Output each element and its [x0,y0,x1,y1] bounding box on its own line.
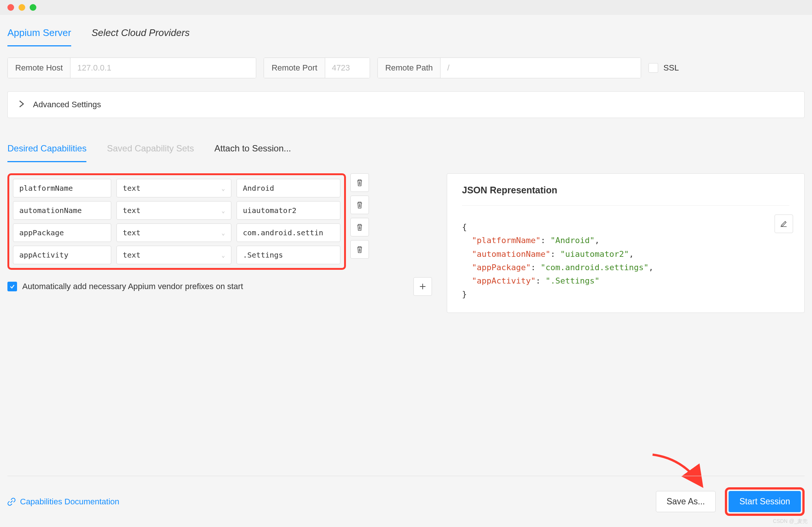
delete-capability-button[interactable] [350,173,369,192]
capability-grid: platformNametext⌄AndroidautomationNamete… [7,173,346,270]
capabilities-column: platformNametext⌄AndroidautomationNamete… [7,173,432,313]
maximize-window-button[interactable] [30,4,36,11]
footer: Capabilities Documentation Save As... St… [7,476,805,516]
remote-port-input[interactable] [325,58,370,78]
remote-path-input[interactable] [440,58,641,78]
plus-icon [419,283,426,290]
auto-prefix-label: Automatically add necessary Appium vendo… [22,282,243,291]
json-title: JSON Representation [462,185,789,206]
capability-type-select[interactable]: text⌄ [116,246,231,264]
add-capability-button[interactable] [413,277,432,296]
capability-value-input[interactable]: com.android.settin [237,223,340,242]
auto-prefix-row: Automatically add necessary Appium vendo… [7,277,432,296]
link-icon [7,498,16,506]
footer-actions: Save As... Start Session [656,487,805,516]
trash-icon [356,246,363,253]
doc-link-label: Capabilities Documentation [20,497,119,507]
trash-icon [356,179,363,186]
capability-type-select[interactable]: text⌄ [116,223,231,242]
capability-type-select[interactable]: text⌄ [116,179,231,197]
remote-port-field: Remote Port [264,58,370,78]
remote-path-label: Remote Path [378,58,440,78]
capabilities-doc-link[interactable]: Capabilities Documentation [7,497,119,507]
tab-saved-capability-sets[interactable]: Saved Capability Sets [107,140,194,162]
capability-value-input[interactable]: Android [237,179,340,197]
remote-host-input[interactable] [70,58,256,78]
capability-type-select[interactable]: text⌄ [116,201,231,220]
app-window: Appium Server Select Cloud Providers Rem… [0,0,812,527]
remote-host-label: Remote Host [8,58,70,78]
capability-value-input[interactable]: uiautomator2 [237,201,340,220]
capability-name-input[interactable]: automationName [13,201,111,220]
ssl-checkbox[interactable] [648,63,658,73]
chevron-down-icon: ⌄ [221,229,225,236]
trash-icon [356,201,363,209]
capability-row: platformNametext⌄Android [13,179,340,197]
advanced-settings-toggle[interactable]: Advanced Settings [7,91,805,118]
capability-name-input[interactable]: platformName [13,179,111,197]
capability-row: automationNametext⌄uiautomator2 [13,201,340,220]
json-body: { "platformName": "Android", "automation… [462,220,789,301]
delete-capability-button[interactable] [350,240,369,259]
capability-row-actions [350,173,369,270]
tab-appium-server[interactable]: Appium Server [7,24,71,46]
tab-select-cloud-providers[interactable]: Select Cloud Providers [92,24,189,46]
chevron-down-icon: ⌄ [221,252,225,259]
main-area: platformNametext⌄AndroidautomationNamete… [7,173,805,313]
tab-attach-to-session[interactable]: Attach to Session... [214,140,291,162]
chevron-right-icon [19,100,24,109]
capability-row: appActivitytext⌄.Settings [13,246,340,264]
trash-icon [356,223,363,231]
capability-value-input[interactable]: .Settings [237,246,340,264]
capability-tabbar: Desired Capabilities Saved Capability Se… [7,140,805,162]
minimize-window-button[interactable] [19,4,25,11]
capability-name-input[interactable]: appActivity [13,246,111,264]
ssl-label: SSL [663,63,679,73]
json-representation-panel: JSON Representation { "platformName": "A… [447,173,805,313]
server-tabbar: Appium Server Select Cloud Providers [7,19,805,46]
capability-name-input[interactable]: appPackage [13,223,111,242]
chevron-down-icon: ⌄ [221,185,225,192]
advanced-settings-label: Advanced Settings [33,100,101,109]
remote-path-field: Remote Path [377,58,641,78]
ssl-checkbox-group: SSL [648,63,679,73]
auto-prefix-checkbox[interactable] [7,282,17,291]
delete-capability-button[interactable] [350,196,369,214]
close-window-button[interactable] [7,4,14,11]
connection-row: Remote Host Remote Port Remote Path SSL [7,58,805,78]
remote-host-field: Remote Host [7,58,256,78]
content-area: Appium Server Select Cloud Providers Rem… [0,15,812,313]
edit-json-button[interactable] [775,215,793,233]
save-as-button[interactable]: Save As... [656,491,716,512]
window-titlebar [0,0,812,15]
watermark: CSDN @_麦兜 [773,518,808,525]
start-session-button[interactable]: Start Session [729,491,801,512]
chevron-down-icon: ⌄ [221,207,225,214]
start-session-highlight: Start Session [725,487,805,516]
pencil-icon [780,220,788,228]
tab-desired-capabilities[interactable]: Desired Capabilities [7,140,86,162]
remote-port-label: Remote Port [264,58,325,78]
delete-capability-button[interactable] [350,218,369,236]
capability-row: appPackagetext⌄com.android.settin [13,223,340,242]
